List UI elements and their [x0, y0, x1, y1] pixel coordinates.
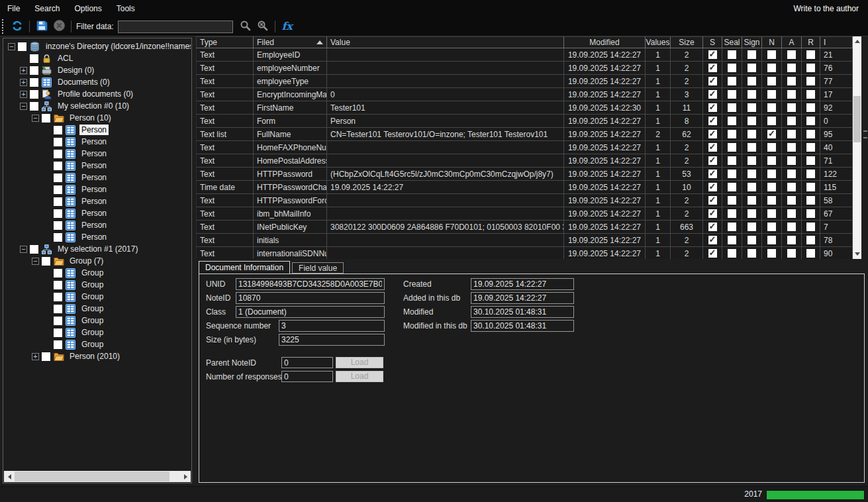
table-scrollbar-thumb[interactable]: [853, 96, 861, 142]
tree-item-group-7[interactable]: −Group (7): [4, 255, 191, 267]
tree-checkbox[interactable]: [54, 317, 62, 325]
table-row[interactable]: TextHTTPPassword(HCbpZxOlCqLft4G5rc5l/zJ…: [196, 168, 861, 181]
write-to-author-link[interactable]: Write to the author: [794, 4, 868, 13]
scroll-left-arrow[interactable]: [4, 471, 15, 482]
tree-checkbox[interactable]: [54, 150, 62, 158]
tree-expander-minus-icon[interactable]: −: [20, 246, 27, 253]
tree-item-group[interactable]: Group: [4, 279, 191, 291]
refresh-button[interactable]: [9, 19, 26, 34]
table-row[interactable]: TextHomePostalAddress19.09.2025 14:22:27…: [196, 154, 861, 168]
menu-tools[interactable]: Tools: [109, 4, 142, 13]
added-in-this-db-field[interactable]: [471, 292, 574, 304]
tree-checkbox[interactable]: [30, 90, 38, 99]
column-header-n[interactable]: N: [762, 36, 782, 48]
tree-item-person[interactable]: Person: [4, 183, 191, 195]
search-button[interactable]: [237, 19, 254, 34]
column-header-s[interactable]: S: [703, 36, 722, 48]
tree-item-person[interactable]: Person: [4, 160, 191, 172]
tab-field-value[interactable]: Field value: [292, 262, 344, 274]
tree-checkbox[interactable]: [54, 340, 62, 349]
tree-scrollbar-thumb[interactable]: [15, 472, 169, 481]
class-field[interactable]: [236, 306, 385, 318]
tree-expander-minus-icon[interactable]: −: [32, 115, 39, 122]
tree-checkbox[interactable]: [18, 42, 26, 51]
number-of-responses-field[interactable]: [281, 371, 333, 382]
column-header-size[interactable]: Size: [671, 36, 703, 48]
tree-item-person[interactable]: Person: [4, 136, 191, 148]
tab-document-information[interactable]: Document Information: [199, 261, 290, 274]
size-in-bytes-field[interactable]: [279, 334, 385, 346]
tree-item-person-2010[interactable]: +Person (2010): [4, 350, 191, 362]
scroll-right-arrow[interactable]: [180, 471, 191, 482]
tree-checkbox[interactable]: [54, 233, 62, 242]
table-row[interactable]: TextFormPerson19.09.2025 14:22:27180: [196, 115, 861, 128]
modified-field[interactable]: [471, 306, 574, 318]
tree-item-person-10[interactable]: −Person (10): [4, 112, 191, 124]
tree-item-person[interactable]: Person: [4, 195, 191, 207]
tree-checkbox[interactable]: [54, 126, 62, 134]
tree-checkbox[interactable]: [42, 114, 50, 123]
tree-expander-plus-icon[interactable]: +: [20, 91, 27, 98]
tree-checkbox[interactable]: [30, 245, 38, 254]
menu-options[interactable]: Options: [67, 4, 109, 13]
tree-item-documents-0[interactable]: +Documents (0): [4, 76, 191, 88]
tree-expander-plus-icon[interactable]: +: [20, 67, 27, 74]
sequence-number-field[interactable]: [279, 320, 385, 332]
column-header-sign[interactable]: Sign: [742, 36, 762, 48]
filter-input[interactable]: [118, 21, 233, 33]
table-row[interactable]: TextHomeFAXPhoneNum...19.09.2025 14:22:2…: [196, 141, 861, 154]
tree-item-group[interactable]: Group: [4, 326, 191, 338]
tree-item-acl[interactable]: ACL: [4, 52, 191, 64]
tree-expander-plus-icon[interactable]: +: [20, 79, 27, 86]
tree-checkbox[interactable]: [42, 352, 50, 361]
tree-expander-minus-icon[interactable]: −: [20, 103, 27, 110]
table-row[interactable]: TextFirstNameTester10119.09.2025 14:22:3…: [196, 101, 861, 115]
tree-horizontal-scrollbar[interactable]: [4, 471, 191, 482]
tree-checkbox[interactable]: [54, 185, 62, 194]
tree-checkbox[interactable]: [54, 281, 62, 289]
tree-checkbox[interactable]: [54, 174, 62, 182]
tree-item-person[interactable]: Person: [4, 124, 191, 136]
column-header-i[interactable]: I: [820, 36, 853, 48]
table-row[interactable]: Time dateHTTPPasswordChan...19.09.2025 1…: [196, 181, 861, 194]
table-row[interactable]: TextEmployeeID19.09.2025 14:22:271221: [196, 48, 861, 62]
tree-checkbox[interactable]: [54, 221, 62, 230]
tree-item-group[interactable]: Group: [4, 338, 191, 350]
toolbar-grip[interactable]: [2, 19, 5, 34]
tree-item-my-selection-0-10[interactable]: −My selection #0 (10): [4, 100, 191, 112]
column-header-filed[interactable]: Filed: [254, 36, 327, 48]
modified-in-this-db-field[interactable]: [471, 320, 574, 332]
created-field[interactable]: [471, 278, 574, 290]
tree-checkbox[interactable]: [42, 257, 50, 266]
save-button[interactable]: [33, 19, 50, 34]
table-row[interactable]: TextinternationaliSDNNu...19.09.2025 14:…: [196, 247, 861, 259]
noteid-field[interactable]: [236, 292, 385, 304]
column-header-seal[interactable]: Seal: [722, 36, 742, 48]
tree-item-design-0[interactable]: +Design (0): [4, 64, 191, 76]
table-row[interactable]: TextINetPublicKey30820122 300D0609 2A864…: [196, 221, 861, 234]
tree-checkbox[interactable]: [30, 66, 38, 75]
column-header-values[interactable]: Values: [646, 36, 671, 48]
tree-item-person[interactable]: Person: [4, 207, 191, 219]
load-button[interactable]: Load: [336, 371, 383, 382]
menu-file[interactable]: File: [0, 4, 27, 13]
tree-item-group[interactable]: Group: [4, 315, 191, 326]
table-row[interactable]: Textibm_bhMailInfo19.09.2025 14:22:27126…: [196, 207, 861, 221]
tree-item-person[interactable]: Person: [4, 172, 191, 183]
table-row[interactable]: TextemployeeType19.09.2025 14:22:271277: [196, 75, 861, 88]
unid-field[interactable]: [236, 278, 385, 290]
formula-button[interactable]: fx: [279, 19, 296, 34]
tree-checkbox[interactable]: [54, 138, 62, 146]
column-header-a[interactable]: A: [782, 36, 802, 48]
tree-item-person[interactable]: Person: [4, 231, 191, 243]
tree-expander-plus-icon[interactable]: +: [32, 353, 39, 360]
tree-expander-minus-icon[interactable]: −: [8, 43, 15, 50]
table-row[interactable]: TextEncryptIncomingMail019.09.2025 14:22…: [196, 88, 861, 101]
parent-noteid-field[interactable]: [281, 357, 333, 368]
tree-checkbox[interactable]: [30, 54, 38, 63]
tree-checkbox[interactable]: [30, 102, 38, 111]
tree-item-person[interactable]: Person: [4, 148, 191, 160]
tree-checkbox[interactable]: [54, 197, 62, 206]
tree-item-profile-documents-0[interactable]: +Profile documents (0): [4, 88, 191, 100]
table-row[interactable]: Textinitials19.09.2025 14:22:271278: [196, 234, 861, 247]
